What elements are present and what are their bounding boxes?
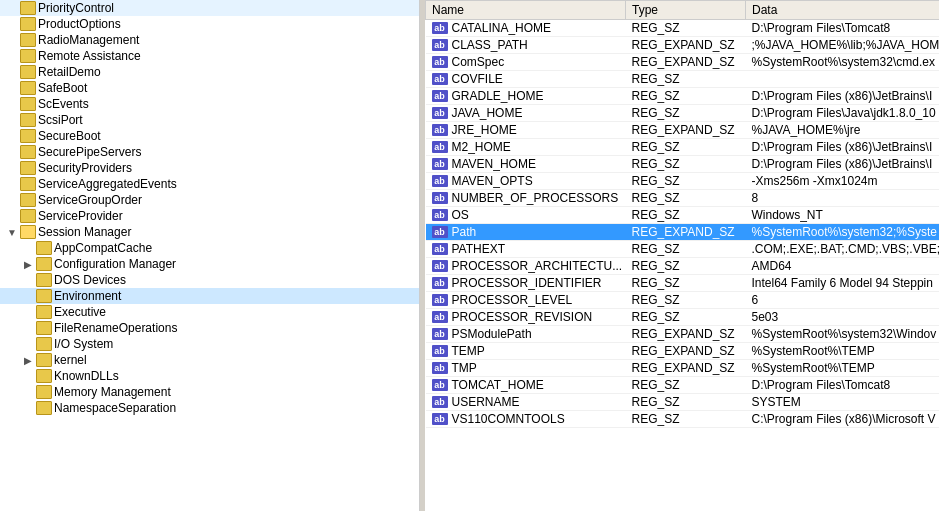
registry-name-text: OS xyxy=(452,208,469,222)
registry-name-text: JRE_HOME xyxy=(452,123,517,137)
registry-data-cell: %SystemRoot%\system32;%Syste xyxy=(746,224,940,241)
tree-item[interactable]: Memory Management xyxy=(0,384,419,400)
registry-name-text: ComSpec xyxy=(452,55,505,69)
tree-item[interactable]: SecurityProviders xyxy=(0,160,419,176)
tree-expand-arrow[interactable]: ▼ xyxy=(4,227,20,238)
ab-icon: ab xyxy=(432,209,448,221)
registry-data-cell: 8 xyxy=(746,190,940,207)
tree-item[interactable]: SecureBoot xyxy=(0,128,419,144)
tree-item[interactable]: SecurePipeServers xyxy=(0,144,419,160)
table-row[interactable]: abUSERNAMEREG_SZSYSTEM xyxy=(426,394,940,411)
ab-icon: ab xyxy=(432,90,448,102)
tree-item[interactable]: ScsiPort xyxy=(0,112,419,128)
registry-type-cell: REG_EXPAND_SZ xyxy=(626,224,746,241)
tree-item[interactable]: DOS Devices xyxy=(0,272,419,288)
tree-item-label: kernel xyxy=(54,353,87,367)
table-row[interactable]: abPATHEXTREG_SZ.COM;.EXE;.BAT;.CMD;.VBS;… xyxy=(426,241,940,258)
registry-data-cell: -Xms256m -Xmx1024m xyxy=(746,173,940,190)
registry-name-text: MAVEN_HOME xyxy=(452,157,536,171)
tree-item[interactable]: NamespaceSeparation xyxy=(0,400,419,416)
tree-expand-arrow[interactable]: ▶ xyxy=(20,355,36,366)
folder-icon xyxy=(20,97,36,111)
tree-item[interactable]: PriorityControl xyxy=(0,0,419,16)
tree-item[interactable]: KnownDLLs xyxy=(0,368,419,384)
table-row[interactable]: abPROCESSOR_IDENTIFIERREG_SZIntel64 Fami… xyxy=(426,275,940,292)
tree-item[interactable]: RetailDemo xyxy=(0,64,419,80)
registry-name-cell: abPATHEXT xyxy=(426,241,626,258)
tree-item[interactable]: I/O System xyxy=(0,336,419,352)
tree-item[interactable]: RadioManagement xyxy=(0,32,419,48)
table-row[interactable]: abPROCESSOR_REVISIONREG_SZ5e03 xyxy=(426,309,940,326)
tree-item-label: FileRenameOperations xyxy=(54,321,177,335)
registry-name-text: TEMP xyxy=(452,344,485,358)
ab-icon: ab xyxy=(432,345,448,357)
table-row[interactable]: abNUMBER_OF_PROCESSORSREG_SZ8 xyxy=(426,190,940,207)
tree-item-label: Executive xyxy=(54,305,106,319)
registry-name-text: TOMCAT_HOME xyxy=(452,378,544,392)
tree-expand-arrow[interactable]: ▶ xyxy=(20,259,36,270)
registry-name-cell: abJAVA_HOME xyxy=(426,105,626,122)
tree-item[interactable]: AppCompatCache xyxy=(0,240,419,256)
tree-panel[interactable]: PriorityControlProductOptionsRadioManage… xyxy=(0,0,420,511)
registry-type-cell: REG_SZ xyxy=(626,258,746,275)
registry-name-cell: abTMP xyxy=(426,360,626,377)
table-row[interactable]: abPSModulePathREG_EXPAND_SZ%SystemRoot%\… xyxy=(426,326,940,343)
tree-item[interactable]: Remote Assistance xyxy=(0,48,419,64)
table-row[interactable]: abJRE_HOMEREG_EXPAND_SZ%JAVA_HOME%\jre xyxy=(426,122,940,139)
table-row[interactable]: abOSREG_SZWindows_NT xyxy=(426,207,940,224)
tree-item[interactable]: ▶Configuration Manager xyxy=(0,256,419,272)
table-row[interactable]: abCATALINA_HOMEREG_SZD:\Program Files\To… xyxy=(426,20,940,37)
tree-item[interactable]: Environment xyxy=(0,288,419,304)
registry-name-cell: abM2_HOME xyxy=(426,139,626,156)
registry-type-cell: REG_SZ xyxy=(626,173,746,190)
ab-icon: ab xyxy=(432,226,448,238)
registry-data-cell: SYSTEM xyxy=(746,394,940,411)
table-row[interactable]: abMAVEN_OPTSREG_SZ-Xms256m -Xmx1024m xyxy=(426,173,940,190)
table-row[interactable]: abPROCESSOR_ARCHITECTU...REG_SZAMD64 xyxy=(426,258,940,275)
tree-item[interactable]: SafeBoot xyxy=(0,80,419,96)
registry-name-text: GRADLE_HOME xyxy=(452,89,544,103)
tree-item[interactable]: ServiceAggregatedEvents xyxy=(0,176,419,192)
table-row[interactable]: abPathREG_EXPAND_SZ%SystemRoot%\system32… xyxy=(426,224,940,241)
table-row[interactable]: abTOMCAT_HOMEREG_SZD:\Program Files\Tomc… xyxy=(426,377,940,394)
table-row[interactable]: abJAVA_HOMEREG_SZD:\Program Files\Java\j… xyxy=(426,105,940,122)
registry-name-text: VS110COMNTOOLS xyxy=(452,412,565,426)
registry-type-cell: REG_SZ xyxy=(626,309,746,326)
tree-item[interactable]: ServiceGroupOrder xyxy=(0,192,419,208)
tree-item-label: Remote Assistance xyxy=(38,49,141,63)
tree-item[interactable]: ProductOptions xyxy=(0,16,419,32)
folder-icon xyxy=(20,81,36,95)
table-row[interactable]: abGRADLE_HOMEREG_SZD:\Program Files (x86… xyxy=(426,88,940,105)
registry-name-text: PROCESSOR_REVISION xyxy=(452,310,593,324)
table-row[interactable]: abPROCESSOR_LEVELREG_SZ6 xyxy=(426,292,940,309)
table-row[interactable]: abCOVFILEREG_SZ xyxy=(426,71,940,88)
tree-item[interactable]: FileRenameOperations xyxy=(0,320,419,336)
table-row[interactable]: abM2_HOMEREG_SZD:\Program Files (x86)\Je… xyxy=(426,139,940,156)
folder-icon xyxy=(20,161,36,175)
tree-item-label: Session Manager xyxy=(38,225,131,239)
tree-item[interactable]: Executive xyxy=(0,304,419,320)
registry-data-cell: D:\Program Files (x86)\JetBrains\I xyxy=(746,156,940,173)
registry-name-text: CATALINA_HOME xyxy=(452,21,552,35)
registry-name-text: PATHEXT xyxy=(452,242,506,256)
ab-icon: ab xyxy=(432,311,448,323)
table-row[interactable]: abCLASS_PATHREG_EXPAND_SZ;%JAVA_HOME%\li… xyxy=(426,37,940,54)
table-row[interactable]: abTEMPREG_EXPAND_SZ%SystemRoot%\TEMP xyxy=(426,343,940,360)
table-row[interactable]: abComSpecREG_EXPAND_SZ%SystemRoot%\syste… xyxy=(426,54,940,71)
tree-item[interactable]: ▼Session Manager xyxy=(0,224,419,240)
tree-item[interactable]: ▶kernel xyxy=(0,352,419,368)
table-row[interactable]: abTMPREG_EXPAND_SZ%SystemRoot%\TEMP xyxy=(426,360,940,377)
table-row[interactable]: abVS110COMNTOOLSREG_SZC:\Program Files (… xyxy=(426,411,940,428)
tree-item[interactable]: ScEvents xyxy=(0,96,419,112)
registry-name-cell: abPSModulePath xyxy=(426,326,626,343)
registry-type-cell: REG_SZ xyxy=(626,377,746,394)
registry-data-cell: D:\Program Files\Tomcat8 xyxy=(746,20,940,37)
tree-item[interactable]: ServiceProvider xyxy=(0,208,419,224)
registry-name-cell: abCATALINA_HOME xyxy=(426,20,626,37)
registry-type-cell: REG_EXPAND_SZ xyxy=(626,37,746,54)
registry-data-cell: .COM;.EXE;.BAT;.CMD;.VBS;.VBE;JS xyxy=(746,241,940,258)
registry-name-text: PROCESSOR_ARCHITECTU... xyxy=(452,259,623,273)
registry-data-cell: 5e03 xyxy=(746,309,940,326)
registry-data-cell: %SystemRoot%\TEMP xyxy=(746,360,940,377)
table-row[interactable]: abMAVEN_HOMEREG_SZD:\Program Files (x86)… xyxy=(426,156,940,173)
